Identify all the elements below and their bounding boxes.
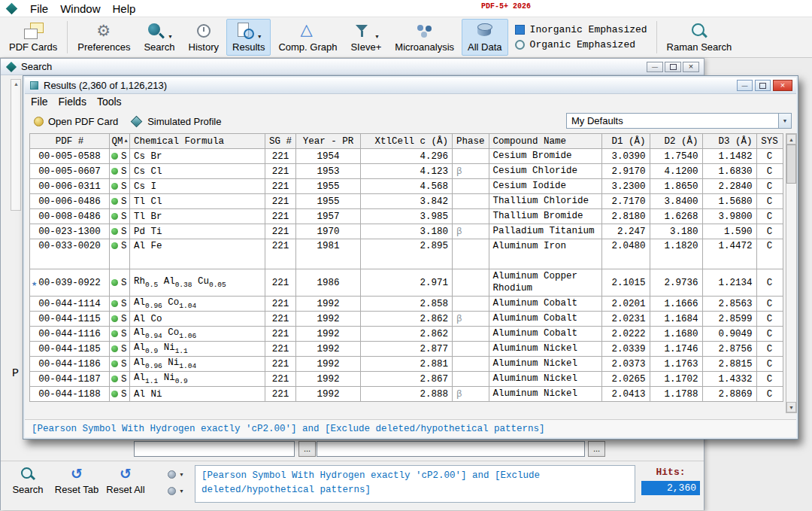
column-header-d3[interactable]: D3 (Å): [702, 134, 756, 149]
qm-label: S: [121, 181, 127, 192]
comp-graph-icon: [298, 22, 317, 40]
criteria-input-1[interactable]: [134, 441, 295, 457]
table-row[interactable]: 00-044-1187SAl1.1 Ni0.922119922.867Alumi…: [30, 372, 783, 387]
radio-inorganic-emphasized[interactable]: Inorganic Emphasized: [515, 24, 647, 35]
chevron-down-icon[interactable]: ▼: [374, 34, 380, 39]
radio-organic-emphasized[interactable]: Organic Emphasized: [515, 39, 647, 50]
results-menu-file[interactable]: File: [31, 96, 48, 108]
toolbar-item-microanalysis[interactable]: Microanalysis: [389, 19, 460, 56]
search-bottom-bar: SearchReset TabReset All ▼ ▼ [Pearson Sy…: [1, 461, 704, 510]
table-row[interactable]: 00-005-0588SCs Br22119544.296Cesium Brom…: [30, 149, 783, 164]
search-button[interactable]: Search: [4, 466, 52, 495]
column-header-d1[interactable]: D1 (Å): [601, 134, 650, 149]
toolbar-item-all-data[interactable]: All Data: [462, 19, 508, 56]
operator-dropdown-1[interactable]: ▼: [168, 468, 193, 480]
browse-button-2[interactable]: ...: [588, 441, 605, 457]
chevron-down-icon: ▼: [179, 472, 184, 477]
cell-cell: 4.568: [361, 179, 453, 194]
toolbar-item-preferences[interactable]: Preferences: [71, 19, 136, 56]
results-menu-tools[interactable]: Tools: [97, 96, 122, 108]
defaults-combobox[interactable]: My Defaults ▼: [566, 113, 792, 129]
maximize-icon[interactable]: [665, 62, 681, 72]
table-row[interactable]: ★00-039-0922SRh0.5 Al0.38 Cu0.0522119862…: [30, 269, 783, 297]
table-row[interactable]: 00-044-1115SAl Co22119922.862βAluminum C…: [30, 312, 783, 327]
cell-pdf-number: 00-044-1185: [30, 342, 110, 357]
results-menu-fields[interactable]: Fields: [59, 96, 86, 108]
table-row[interactable]: 00-023-1300SPd Ti22119703.180βPalladium …: [30, 224, 783, 239]
column-header-xtlcell-c[interactable]: XtlCell c (Å): [361, 134, 453, 149]
pdf-number: 00-044-1115: [38, 314, 101, 324]
column-header-year-pr[interactable]: Year - PR: [296, 134, 361, 149]
toolbar-item-search[interactable]: ▼Search: [138, 19, 180, 56]
browse-button-1[interactable]: ...: [298, 441, 316, 457]
table-row[interactable]: 00-044-1188SAl Ni22119922.888βAluminum N…: [30, 387, 783, 402]
toolbar-item-comp-graph[interactable]: Comp. Graph: [272, 19, 343, 56]
column-header-qm[interactable]: QM▲: [110, 134, 130, 149]
results-scrollbar[interactable]: ▲ ▼: [786, 133, 797, 413]
formula-text: Al Fe: [134, 241, 162, 251]
cell-sys: C: [756, 164, 783, 179]
table-row[interactable]: 00-044-1185SAl0.9 Ni1.122119922.877Alumi…: [30, 342, 783, 357]
preferences-icon: [94, 22, 114, 40]
chevron-down-icon[interactable]: ▼: [168, 34, 173, 39]
column-header-d2[interactable]: D2 (Å): [650, 134, 702, 149]
cell-phase: [453, 269, 489, 297]
close-icon[interactable]: [683, 62, 699, 72]
cell-d3: 1.590: [702, 224, 756, 239]
minimize-icon[interactable]: [647, 62, 663, 72]
scroll-up-icon[interactable]: ▲: [786, 134, 796, 144]
table-row[interactable]: 00-033-0020SAl Fe22119812.895Aluminum Ir…: [30, 239, 783, 269]
cell-pdf-number: 00-044-1114: [30, 297, 110, 312]
query-display[interactable]: [Pearson Symbol With Hydrogen exactly 'c…: [195, 465, 635, 503]
search-window-titlebar[interactable]: Search: [1, 59, 704, 75]
table-row[interactable]: 00-044-1114SAl0.96 Co1.0422119922.858Alu…: [30, 297, 783, 312]
minimize-icon[interactable]: [737, 80, 753, 91]
column-header-phase[interactable]: Phase: [453, 134, 489, 149]
formula-text: Tl Cl: [134, 196, 162, 207]
operator-dropdown-2[interactable]: ▼: [168, 485, 193, 497]
qm-label: S: [121, 196, 127, 207]
pdf-number: 00-033-0020: [38, 241, 101, 251]
chevron-down-icon[interactable]: ▼: [778, 114, 791, 128]
criteria-input-2[interactable]: [317, 441, 585, 457]
cell-sg: 221: [265, 239, 296, 269]
cell-pdf-number: 00-005-0607: [30, 164, 110, 179]
maximize-icon[interactable]: [755, 80, 771, 91]
table-row[interactable]: 00-005-0607SCs Cl22119534.123βCesium Chl…: [30, 164, 783, 179]
table-row[interactable]: 00-006-0486STl Cl22119553.842Thallium Ch…: [30, 194, 783, 209]
table-row[interactable]: 00-044-1116SAl0.94 Co1.0622119922.862Alu…: [30, 327, 783, 342]
column-header-compound-name[interactable]: Compound Name: [489, 134, 601, 149]
open-pdf-card-button[interactable]: Open PDF Card: [31, 114, 121, 129]
column-header-chemical-formula[interactable]: Chemical Formula: [130, 134, 265, 149]
reset-tab-button[interactable]: Reset Tab: [53, 466, 101, 495]
table-row[interactable]: 00-044-1186SAl0.96 Ni1.0422119922.881Alu…: [30, 357, 783, 372]
simulated-profile-button[interactable]: Simulated Profile: [127, 114, 224, 129]
reset-all-button[interactable]: Reset All: [102, 466, 150, 495]
column-header-sys[interactable]: SYS: [756, 134, 783, 149]
toolbar-item-raman-search[interactable]: Raman Search: [661, 19, 738, 56]
toolbar-item-results[interactable]: ▼Results: [226, 19, 271, 56]
chevron-down-icon[interactable]: ▼: [257, 34, 262, 39]
scrollbar-thumb[interactable]: [786, 144, 796, 184]
cell-qm: S: [110, 372, 130, 387]
left-panel-scrollbar[interactable]: [11, 79, 21, 211]
cell-sg: 221: [265, 149, 296, 164]
cell-name: Aluminum Copper Rhodium: [489, 269, 601, 297]
cell-formula: Al0.9 Ni1.1: [130, 342, 265, 357]
formula-subscript: 0.5: [145, 281, 158, 289]
cell-pdf-number: 00-006-0311: [30, 179, 110, 194]
menu-help[interactable]: Help: [107, 0, 142, 17]
toolbar-item-sieve[interactable]: ▼SIeve+: [344, 19, 387, 56]
table-row[interactable]: 00-006-0311SCs I22119554.568Cesium Iodid…: [30, 179, 783, 194]
column-header-pdf[interactable]: PDF #: [30, 134, 110, 149]
toolbar-item-history[interactable]: History: [183, 19, 225, 56]
toolbar-item-pdf-cards[interactable]: PDF Cards: [3, 19, 63, 56]
close-icon[interactable]: [773, 80, 792, 91]
table-row[interactable]: 00-008-0486STl Br22119573.985Thallium Br…: [30, 209, 783, 224]
column-header-sg[interactable]: SG #: [265, 134, 296, 149]
scroll-down-icon[interactable]: ▼: [786, 402, 796, 412]
menu-file[interactable]: File: [24, 0, 54, 17]
formula-subscript: 0.9: [145, 347, 158, 355]
menu-window[interactable]: Window: [54, 0, 106, 17]
results-window-titlebar[interactable]: Results (2,360 of 1,126,213): [25, 78, 796, 94]
